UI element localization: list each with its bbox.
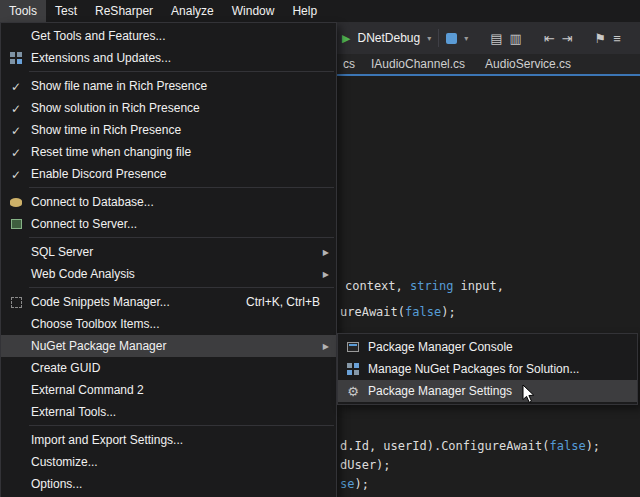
code-token: context, [345, 279, 410, 293]
menu-item-import-and-export-settings[interactable]: Import and Export Settings... [1, 429, 336, 451]
toolbar-separator [438, 29, 439, 47]
code-line: ureAwait(false); [340, 305, 456, 319]
menu-item-shortcut: Ctrl+K, Ctrl+B [246, 295, 336, 309]
submenu-arrow-icon: ▶ [323, 270, 329, 279]
menu-item-icon-slot [1, 219, 31, 229]
menu-item-nuget-package-manager[interactable]: NuGet Package Manager▶ [1, 335, 336, 357]
bookmark-icon[interactable]: ⚑ [595, 32, 607, 45]
menubar-item-analyze[interactable]: Analyze [162, 0, 223, 22]
database-icon [10, 198, 22, 207]
menu-item-label: Show solution in Rich Presence [31, 101, 336, 115]
menu-item-show-solution-in-rich-presence[interactable]: Show solution in Rich Presence [1, 97, 336, 119]
menu-item-label: Enable Discord Presence [31, 167, 336, 181]
checkmark-icon [11, 121, 21, 139]
menu-item-package-manager-console[interactable]: Package Manager Console [338, 336, 637, 358]
tab-iaudiochannel-cs[interactable]: IAudioChannel.cs [361, 54, 475, 74]
menu-item-icon-slot [338, 367, 368, 372]
menubar-item-test[interactable]: Test [46, 0, 86, 22]
start-debug-icon[interactable]: ▶ [342, 32, 350, 45]
menu-item-connect-to-server[interactable]: Connect to Server... [1, 213, 336, 235]
code-line: d.Id, userId).ConfigureAwait(false); [340, 439, 600, 453]
menu-separator [29, 425, 334, 426]
code-token: dUser); [340, 458, 391, 472]
menu-item-manage-nuget-packages-for-solution[interactable]: Manage NuGet Packages for Solution... [338, 358, 637, 380]
menu-item-customize[interactable]: Customize... [1, 451, 336, 473]
menu-bar: ToolsTestReSharperAnalyzeWindowHelp [0, 0, 640, 22]
menu-separator [29, 187, 334, 188]
menu-item-icon-slot [1, 297, 31, 308]
extensions-icon [10, 52, 15, 57]
attach-icon[interactable] [446, 33, 457, 44]
debug-target-caret-icon[interactable]: ▾ [427, 34, 431, 43]
code-token: ureAwait( [340, 305, 405, 319]
menu-item-label: Code Snippets Manager... [31, 295, 246, 309]
menu-item-create-guid[interactable]: Create GUID [1, 357, 336, 379]
code-token: input, [453, 279, 504, 293]
menu-item-label: Create GUID [31, 361, 336, 375]
nuget-submenu: Package Manager ConsoleManage NuGet Pack… [337, 333, 638, 405]
code-line: dUser); [340, 458, 391, 472]
menu-item-label: SQL Server [31, 245, 336, 259]
menu-item-code-snippets-manager[interactable]: Code Snippets Manager...Ctrl+K, Ctrl+B [1, 291, 336, 313]
checkmark-icon [11, 99, 21, 117]
menu-item-extensions-and-updates[interactable]: Extensions and Updates... [1, 47, 336, 69]
menu-item-icon-slot [338, 382, 368, 400]
menu-separator [29, 237, 334, 238]
menu-item-show-file-name-in-rich-presence[interactable]: Show file name in Rich Presence [1, 75, 336, 97]
menubar-item-tools[interactable]: Tools [0, 0, 46, 22]
menu-item-enable-discord-presence[interactable]: Enable Discord Presence [1, 163, 336, 185]
tab-audioservice-cs[interactable]: AudioService.cs [475, 54, 581, 74]
code-line: se); [340, 477, 369, 491]
code-token: false [550, 439, 586, 453]
menu-item-sql-server[interactable]: SQL Server▶ [1, 241, 336, 263]
menu-item-external-command-2[interactable]: External Command 2 [1, 379, 336, 401]
menu-item-label: Extensions and Updates... [31, 51, 336, 65]
indent-decrease-icon[interactable]: ⇤ [544, 32, 555, 45]
packages-icon [347, 363, 352, 368]
menu-item-icon-slot [1, 99, 31, 117]
menu-item-external-tools[interactable]: External Tools... [1, 401, 336, 423]
menu-item-label: Get Tools and Features... [31, 29, 336, 43]
indent-increase-icon[interactable]: ⇥ [562, 32, 573, 45]
save-layout-icon[interactable]: ▥ [510, 32, 522, 45]
code-token: ); [441, 305, 455, 319]
code-token: ); [354, 477, 368, 491]
menu-item-icon-slot [338, 342, 368, 352]
menu-item-icon-slot [1, 56, 31, 61]
menu-item-icon-slot [1, 165, 31, 183]
menu-separator [29, 287, 334, 288]
open-layout-icon[interactable]: ▤ [490, 32, 502, 45]
menu-item-label: Manage NuGet Packages for Solution... [368, 362, 637, 376]
code-line: context, string input, [345, 279, 504, 293]
menubar-item-help[interactable]: Help [283, 0, 326, 22]
menubar-item-resharper[interactable]: ReSharper [86, 0, 162, 22]
menu-item-web-code-analysis[interactable]: Web Code Analysis▶ [1, 263, 336, 285]
mouse-cursor [522, 384, 536, 404]
menu-item-label: NuGet Package Manager [31, 339, 336, 353]
menu-item-get-tools-and-features[interactable]: Get Tools and Features... [1, 25, 336, 47]
gear-icon [347, 382, 359, 400]
menu-item-label: Connect to Server... [31, 217, 336, 231]
menu-separator [29, 71, 334, 72]
code-token: ); [586, 439, 600, 453]
list-members-icon[interactable]: ≡ [613, 32, 621, 45]
debug-target-label[interactable]: DNetDebug [357, 31, 420, 45]
attach-caret-icon[interactable]: ▾ [464, 34, 468, 43]
menu-item-connect-to-database[interactable]: Connect to Database... [1, 191, 336, 213]
menubar-item-window[interactable]: Window [223, 0, 284, 22]
tools-menu: Get Tools and Features...Extensions and … [0, 22, 337, 497]
menu-item-label: Package Manager Settings [368, 384, 637, 398]
menu-item-reset-time-when-changing-file[interactable]: Reset time when changing file [1, 141, 336, 163]
menu-item-choose-toolbox-items[interactable]: Choose Toolbox Items... [1, 313, 336, 335]
menu-item-label: Reset time when changing file [31, 145, 336, 159]
menu-item-label: Options... [31, 477, 336, 491]
menu-item-icon-slot [1, 121, 31, 139]
menu-item-options[interactable]: Options... [1, 473, 336, 495]
code-token: string [410, 279, 453, 293]
menu-item-package-manager-settings[interactable]: Package Manager Settings [338, 380, 637, 402]
menu-item-show-time-in-rich-presence[interactable]: Show time in Rich Presence [1, 119, 336, 141]
tab-cs[interactable]: cs [337, 54, 361, 74]
menu-item-label: Import and Export Settings... [31, 433, 336, 447]
menu-item-label: Customize... [31, 455, 336, 469]
code-token: false [405, 305, 441, 319]
